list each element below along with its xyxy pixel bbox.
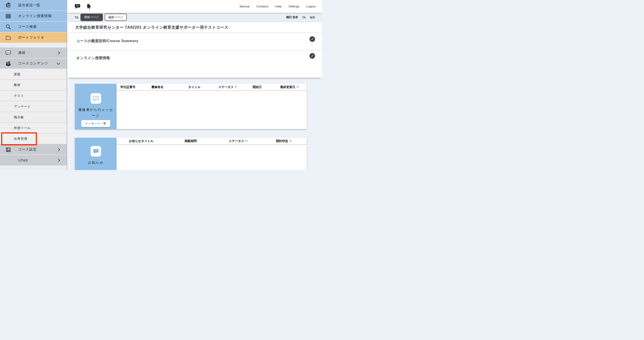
- chat-icon: [5, 50, 12, 56]
- message-bubble-outline-icon: [90, 93, 101, 104]
- main-area: Manual Contacts Help Settings Logout TA …: [68, 0, 322, 170]
- sidebar-item-label: アンケート: [14, 105, 31, 109]
- box-icon: [5, 61, 12, 67]
- sidebar-item-external-tools[interactable]: 外部ツール: [0, 123, 67, 133]
- no-icon: [5, 157, 12, 163]
- sidebar-item-course-search[interactable]: コース検索: [0, 22, 67, 32]
- sort-indicator-icon[interactable]: ▽: [289, 139, 292, 143]
- column-header-sortable[interactable]: 最終更新日▽: [272, 85, 306, 89]
- messages-icon[interactable]: [74, 4, 80, 9]
- user-edit-link[interactable]: 編集: [310, 16, 315, 19]
- sidebar-item-label: コース設定: [18, 147, 37, 152]
- course-settings-icon: [5, 146, 12, 153]
- sidebar-item-label: 掲示板: [14, 115, 24, 119]
- course-summary-heading: コースの概要説明/Course Summary: [76, 33, 138, 44]
- online-class-info-section: オンライン授業情報: [68, 51, 322, 78]
- chevron-right-icon: [57, 158, 60, 162]
- clipboard-icon: [5, 2, 12, 9]
- sidebar: 提出状況一覧 オンライン授業情報 コース検索: [0, 0, 67, 170]
- sidebar-item-label: 提出状況一覧: [18, 3, 40, 8]
- column-header-sortable[interactable]: ステータス▽: [215, 139, 261, 143]
- sidebar-spacer: [0, 43, 67, 48]
- course-summary-section: コースの概要説明/Course Summary: [68, 33, 322, 51]
- sidebar-item-online-class-info[interactable]: オンライン授業情報: [0, 11, 67, 22]
- sort-indicator-icon[interactable]: ▽: [296, 85, 299, 89]
- folder-icon: [5, 35, 12, 41]
- column-header-sortable[interactable]: 開封状況▽: [261, 139, 306, 143]
- top-navigation: Manual Contacts Help Settings Logout: [240, 0, 316, 13]
- sidebar-item-submission-status[interactable]: 提出状況一覧: [0, 0, 67, 11]
- messages-table: 学生証番号 履修者名 タイトル ステータス▽ 開始日 最終更新日▽: [116, 84, 306, 129]
- sort-indicator-icon[interactable]: ▽: [245, 139, 248, 143]
- column-header: 掲載期間: [166, 139, 215, 143]
- sidebar-item-label: コース検索: [18, 25, 37, 29]
- user-name: 機田 悠希: [286, 16, 298, 19]
- sidebar-item-label: 連絡: [18, 50, 26, 55]
- column-header: 履修者名: [139, 85, 176, 89]
- sidebar-item-contact[interactable]: 連絡: [0, 48, 67, 58]
- column-header: 開始日: [242, 85, 272, 89]
- sidebar-item-board[interactable]: 掲示板: [0, 112, 67, 123]
- nav-contacts[interactable]: Contacts: [256, 5, 268, 8]
- course-title: 大学総合教育研究センター 7A92201 オンライン教育支援サポーター用テストコ…: [75, 25, 228, 30]
- column-header: お知らせタイトル: [116, 139, 166, 143]
- sidebar-item-label: 外部ツール: [14, 126, 31, 130]
- sidebar-item-assignments[interactable]: 課題: [0, 69, 67, 80]
- notices-table-header: お知らせタイトル 掲載期間 ステータス▽ 開封状況▽: [116, 138, 306, 145]
- messages-card: 履修者からのメッセージ メッセージ一覧: [75, 84, 116, 129]
- dashboard-content: 履修者からのメッセージ メッセージ一覧 学生証番号 履修者名 タイトル ステータ…: [68, 78, 322, 170]
- sidebar-item-course-contents[interactable]: コースコンテンツ: [0, 58, 67, 69]
- nav-help[interactable]: Help: [275, 5, 282, 8]
- column-header: タイトル: [176, 85, 214, 89]
- video-grid-icon: [5, 13, 12, 19]
- top-bar: Manual Contacts Help Settings Logout: [68, 0, 322, 13]
- sidebar-item-label: コースコンテンツ: [18, 61, 48, 66]
- messages-panel: 履修者からのメッセージ メッセージ一覧 学生証番号 履修者名 タイトル ステータ…: [75, 84, 322, 129]
- notices-panel: お知らせ お知らせタイトル 掲載期間 ステータス▽ 開封状況▽: [75, 138, 322, 170]
- sort-indicator-icon[interactable]: ▽: [235, 85, 237, 89]
- sidebar-item-course-settings[interactable]: コース設定: [0, 144, 67, 155]
- sidebar-item-label: 出席管理: [14, 137, 27, 141]
- search-icon: [5, 24, 12, 30]
- messages-table-header: 学生証番号 履修者名 タイトル ステータス▽ 開始日 最終更新日▽: [116, 84, 306, 91]
- ta-role-badge: TA: [74, 16, 78, 19]
- notices-card: お知らせ: [75, 138, 116, 170]
- course-title-row: 大学総合教育研究センター 7A92201 オンライン教育支援サポーター用テストコ…: [68, 22, 322, 33]
- view-page-tab[interactable]: 閲覧ページ: [80, 14, 103, 21]
- message-bubble-filled-icon: [90, 146, 101, 156]
- sidebar-item-label: 課題: [14, 72, 20, 76]
- notices-table-body: [116, 145, 306, 170]
- user-role: TA: [302, 16, 306, 19]
- messages-card-label: 履修者からのメッセージ: [76, 107, 115, 118]
- notices-table: お知らせタイトル 掲載期間 ステータス▽ 開封状況▽: [116, 138, 306, 170]
- message-list-button[interactable]: メッセージ一覧: [81, 120, 110, 127]
- nav-settings[interactable]: Settings: [288, 5, 300, 8]
- sidebar-item-label: UTAS: [18, 158, 28, 162]
- chevron-right-icon: [57, 51, 60, 54]
- column-header: 学生証番号: [116, 85, 139, 89]
- chevron-right-icon: [57, 148, 60, 151]
- sidebar-item-tests[interactable]: テスト: [0, 90, 67, 101]
- ta-toolbar: TA 閲覧ページ 編集ページ 機田 悠希 TA 編集: [68, 13, 322, 22]
- column-header-sortable[interactable]: ステータス▽: [214, 85, 242, 89]
- sidebar-item-label: ポートフォリオ: [18, 35, 44, 40]
- sidebar-item-surveys[interactable]: アンケート: [0, 101, 67, 112]
- messages-table-body: [116, 91, 306, 129]
- edit-page-tab[interactable]: 編集ページ: [105, 14, 127, 21]
- sidebar-item-attendance[interactable]: 出席管理: [0, 133, 67, 144]
- online-class-info-heading: オンライン授業情報: [76, 51, 110, 61]
- sidebar-item-materials[interactable]: 教材: [0, 80, 67, 90]
- nav-logout[interactable]: Logout: [306, 5, 316, 8]
- sidebar-item-label: オンライン授業情報: [18, 14, 52, 18]
- sidebar-item-label: テスト: [14, 94, 24, 98]
- sidebar-item-portfolio[interactable]: ポートフォリオ: [0, 32, 67, 43]
- user-info: 機田 悠希 TA 編集: [286, 13, 315, 22]
- edit-pencil-button[interactable]: [310, 53, 315, 59]
- sidebar-item-label: 教材: [14, 83, 20, 87]
- chevron-down-icon: [57, 61, 60, 65]
- notices-card-label: お知らせ: [76, 160, 115, 165]
- sidebar-item-utas[interactable]: UTAS: [0, 155, 67, 166]
- notifications-bell-icon[interactable]: [86, 3, 92, 10]
- edit-pencil-button[interactable]: [310, 36, 315, 42]
- nav-manual[interactable]: Manual: [240, 5, 250, 8]
